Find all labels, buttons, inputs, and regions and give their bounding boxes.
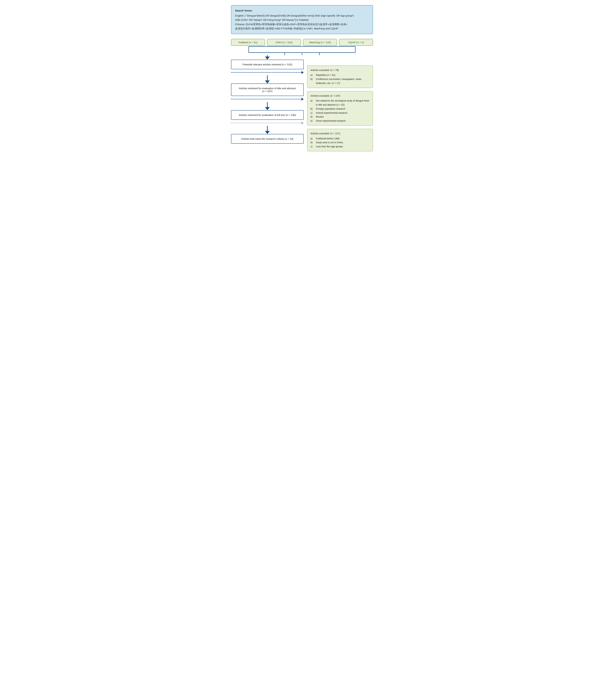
exclusion-box-1: Articles excluded: (n = 78) a) Repetitio… (307, 66, 373, 88)
dashed-line-light (231, 123, 301, 123)
excl1-title: Articles excluded: (n = 78) (310, 68, 370, 72)
box1-text: Potential relevant articles retrieved (n… (243, 63, 292, 66)
excl3-letter-b: b) (310, 141, 314, 145)
excl1-text-b: Conference summaries, newspapers, news, … (316, 77, 370, 85)
excl2-item-b: b) Foreign population research (310, 107, 370, 111)
dashed-line-1 (231, 72, 301, 73)
db-wanfang: WanFang (n = 143) (303, 39, 337, 46)
flow-box-3: Articles retrieved for evaluation of ful… (231, 110, 304, 120)
excl1-letter-a: a) (310, 73, 314, 77)
arrow-to-box1 (231, 55, 304, 60)
search-terms-box: Search Terms: English: [ "Dengue"[Mesh] … (231, 5, 373, 34)
excl3-text-c: Less than five age groups (316, 145, 343, 149)
db-to-flow-connector (231, 46, 373, 55)
box2-line2: (n = 437) (235, 90, 299, 93)
excl1-item-a: a) Repetition (n = 61) (310, 73, 370, 77)
arrow-to-box3 (231, 102, 304, 110)
database-row: PubMed (n = 51) CNKI (n = 319) WanFang (… (231, 39, 373, 46)
excl3-text-a: Published before 1980 (316, 137, 339, 141)
flow-box-4: Articles that meet the research criteria… (231, 134, 304, 144)
excl2-letter-e: e) (310, 119, 314, 123)
search-line2: AND (Chin* OR Taiwan* OR Hong Kong* OR M… (235, 18, 369, 22)
dashed-arrow-3 (231, 122, 304, 125)
arrow-to-box2 (231, 75, 304, 83)
flow-container: Potential relevant articles retrieved (n… (231, 55, 373, 151)
dashed-arrowhead-2 (301, 98, 304, 101)
excl2-letter-d: d) (310, 115, 314, 119)
dashed-arrowhead-1 (301, 71, 304, 74)
exclusion-box-2: Articles excluded: (n = 197) a) Not rela… (307, 91, 373, 126)
db-pubmed: PubMed (n = 51) (231, 39, 265, 46)
excl2-text-e: Gene experimental research (316, 119, 346, 123)
excl2-letter-a: a) (310, 99, 314, 103)
arrow-to-box4 (231, 126, 304, 134)
flow-box-1: Potential relevant articles retrieved (n… (231, 60, 304, 69)
excl2-item-a: a) Not related to the serological study … (310, 99, 370, 107)
excl3-text-b: Study area is not in China (316, 141, 343, 145)
excl3-item-b: b) Study area is not in China (310, 141, 370, 145)
varrow3 (265, 107, 270, 110)
excl3-title: Articles excluded: (n = 217) (310, 131, 370, 136)
excl2-item-e: e) Gene experimental research (310, 119, 370, 123)
search-label: Search Terms: (235, 8, 369, 13)
flow-right: Articles excluded: (n = 78) a) Repetitio… (307, 55, 373, 151)
vline4 (267, 126, 268, 131)
db-cnki: CNKI (n = 319) (267, 39, 301, 46)
excl1-text-a: Repetition (n = 61) (316, 73, 335, 77)
excl2-letter-b: b) (310, 107, 314, 111)
dashed-arrow-1 (231, 71, 304, 74)
excl2-text-a: Not related to the serological study of … (316, 99, 370, 107)
box3-text: Articles retrieved for evaluation of ful… (239, 114, 296, 117)
varrow4 (265, 131, 270, 134)
search-line3: Chinese: [SU%(登革热+登革热病毒+登革出血热+DHF+登革热休克综… (235, 22, 369, 27)
excl3-item-c: c) Less than five age groups (310, 145, 370, 149)
excl2-text-d: Review (316, 115, 324, 119)
vline3 (267, 102, 268, 107)
search-line4: 血清流行病学+血清阳性率+血清型) AND FT%(年龄+年龄组)] in CN… (235, 26, 369, 31)
excl3-letter-a: a) (310, 137, 314, 141)
excl2-letter-c: c) (310, 111, 314, 115)
search-line1: English: [ "Dengue"[Mesh] OR Dengue[TIAB… (235, 14, 369, 18)
box2-line1: Articles retrieved for evaluation of tit… (235, 87, 299, 90)
excl2-title: Articles excluded: (n = 197) (310, 94, 370, 98)
excl3-letter-c: c) (310, 145, 314, 149)
excl2-item-d: d) Review (310, 115, 370, 119)
flow-left: Potential relevant articles retrieved (n… (231, 55, 304, 151)
exclusion-box-3: Articles excluded: (n = 217) a) Publishe… (307, 129, 373, 151)
excl2-text-b: Foreign population research (316, 107, 345, 111)
db-cqvip: CQVIP (n = 2) (339, 39, 373, 46)
varrow1 (265, 57, 270, 60)
dashed-line-2 (231, 99, 301, 99)
box4-text: Articles that meet the research criteria… (241, 138, 293, 140)
flow-box-2: Articles retrieved for evaluation of tit… (231, 83, 304, 96)
excl1-letter-b: b) (310, 77, 314, 81)
varrow2 (265, 80, 270, 83)
dashed-arrowhead-light (301, 122, 304, 125)
excl3-item-a: a) Published before 1980 (310, 137, 370, 141)
dashed-arrow-2 (231, 98, 304, 101)
excl2-item-c: c) Animal experimental research, (310, 111, 370, 115)
vline1 (267, 55, 268, 57)
vline2 (267, 75, 268, 80)
excl2-text-c: Animal experimental research, (316, 111, 348, 115)
excl1-item-b: b) Conference summaries, newspapers, new… (310, 77, 370, 85)
